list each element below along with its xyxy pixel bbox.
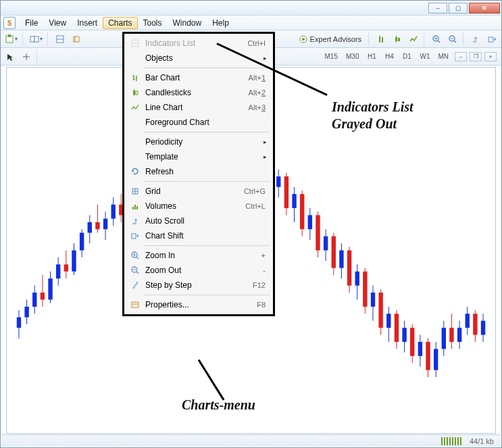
menu-window[interactable]: Window — [168, 17, 207, 29]
candles-button[interactable] — [390, 32, 405, 47]
crosshair-icon[interactable] — [19, 49, 34, 64]
menu-step-by-step[interactable]: Step by Step F12 — [126, 278, 271, 293]
svg-rect-110 — [355, 272, 359, 286]
zoom-in-label: Zoom In — [143, 251, 261, 260]
menu-properties[interactable]: Properties... F8 — [126, 297, 271, 312]
foreground-label: Foreground Chart — [143, 118, 270, 127]
cursor-icon[interactable] — [3, 49, 18, 64]
svg-rect-136 — [457, 328, 461, 342]
timeframe-d1[interactable]: D1 — [399, 49, 415, 64]
svg-rect-122 — [402, 328, 406, 342]
window-maximize-button[interactable]: ▢ — [449, 3, 468, 14]
line-chart-label: Line Chart — [143, 103, 249, 112]
window-close-button[interactable]: ✕ — [469, 3, 500, 14]
mdi-close-button[interactable]: × — [484, 52, 497, 61]
svg-rect-126 — [418, 342, 422, 356]
svg-rect-1 — [8, 34, 11, 37]
menu-view[interactable]: View — [43, 17, 72, 29]
bars-button[interactable] — [374, 32, 388, 47]
timeframe-m15[interactable]: M15 — [322, 49, 341, 64]
chartshift-icon — [128, 231, 143, 241]
profiles-button[interactable]: ▾ — [28, 32, 45, 47]
menu-help[interactable]: Help — [207, 17, 234, 29]
menu-charts[interactable]: Charts — [103, 17, 137, 29]
svg-rect-30 — [41, 293, 45, 299]
charts-dropdown: Indicators List Ctrl+I Objects ▸ Bar Cha… — [122, 32, 275, 316]
grid-label: Grid — [143, 186, 244, 196]
volumes-label: Volumes — [143, 201, 245, 211]
menu-zoom-out[interactable]: Zoom Out - — [126, 263, 271, 278]
svg-rect-162 — [132, 302, 139, 307]
svg-rect-153 — [136, 206, 138, 209]
menu-bar-chart[interactable]: Bar Chart Alt+1 — [126, 70, 271, 85]
mdi-controls: – ❐ × — [453, 52, 497, 61]
timeframe-h4[interactable]: H4 — [381, 49, 397, 64]
svg-rect-138 — [466, 314, 470, 328]
menu-refresh[interactable]: Refresh — [126, 164, 271, 179]
zoom-in-shortcut: + — [261, 251, 270, 259]
svg-rect-98 — [308, 215, 312, 229]
menu-insert[interactable]: Insert — [72, 17, 103, 29]
submenu-arrow-icon: ▸ — [263, 55, 270, 61]
timeframe-w1[interactable]: W1 — [416, 49, 433, 64]
menu-volumes[interactable]: Volumes Ctrl+L — [126, 199, 271, 214]
statusbar: 44/1 kb — [1, 434, 501, 447]
menu-foreground-chart[interactable]: Foreground Chart — [126, 115, 271, 130]
properties-label: Properties... — [143, 300, 257, 309]
grid-shortcut: Ctrl+G — [244, 187, 270, 195]
menu-template[interactable]: Template ▸ — [126, 149, 271, 164]
new-chart-button[interactable]: ▾ — [3, 32, 20, 47]
svg-rect-40 — [80, 232, 84, 250]
svg-rect-42 — [88, 222, 92, 233]
svg-rect-151 — [132, 207, 134, 209]
candlesticks-label: Candlesticks — [143, 88, 249, 97]
svg-rect-130 — [434, 349, 438, 370]
annotation-charts-menu: Charts-menu — [182, 397, 255, 414]
svg-line-14 — [438, 41, 440, 43]
navigator-button[interactable] — [69, 32, 84, 47]
autoscroll-icon[interactable] — [468, 32, 483, 47]
mdi-minimize-button[interactable]: – — [455, 52, 467, 61]
menu-periodicity[interactable]: Periodicity ▸ — [126, 134, 271, 149]
svg-rect-3 — [34, 36, 39, 42]
indicators-list-shortcut: Ctrl+I — [247, 39, 270, 47]
step-shortcut: F12 — [253, 281, 270, 289]
step-icon — [128, 280, 143, 290]
zoom-in-icon[interactable] — [429, 32, 444, 47]
expert-icon — [299, 34, 308, 44]
svg-rect-152 — [134, 205, 136, 209]
chart-shift-icon[interactable] — [484, 32, 499, 47]
timeframe-h1[interactable]: H1 — [363, 49, 380, 64]
svg-rect-106 — [339, 251, 343, 268]
window-minimize-button[interactable]: – — [428, 3, 447, 14]
submenu-arrow-icon: ▸ — [263, 139, 270, 145]
svg-rect-128 — [426, 342, 430, 370]
menu-grid[interactable]: Grid Ctrl+G — [126, 184, 271, 199]
expert-advisors-button[interactable]: Expert Advisors — [295, 32, 366, 47]
timeframe-m30[interactable]: M30 — [343, 49, 362, 64]
svg-rect-102 — [324, 237, 328, 251]
menubar: $ File View Insert Charts Tools Window H… — [1, 16, 501, 30]
volumes-shortcut: Ctrl+L — [245, 202, 270, 210]
line-button[interactable] — [406, 32, 421, 47]
menu-chart-shift[interactable]: Chart Shift — [126, 228, 271, 243]
svg-rect-108 — [347, 251, 351, 286]
svg-rect-44 — [95, 222, 99, 229]
menu-zoom-in[interactable]: Zoom In + — [126, 248, 271, 263]
menu-line-chart[interactable]: Line Chart Alt+3 — [126, 100, 271, 115]
menu-auto-scroll[interactable]: Auto Scroll — [126, 214, 271, 228]
menu-indicators-list: Indicators List Ctrl+I — [126, 36, 271, 51]
template-label: Template — [143, 152, 263, 161]
timeframe-mn[interactable]: MN — [434, 49, 452, 64]
zoom-out-icon[interactable] — [445, 32, 460, 47]
menu-candlesticks[interactable]: Candlesticks Alt+2 — [126, 85, 271, 100]
mdi-restore-button[interactable]: ❐ — [470, 52, 482, 61]
indicators-icon — [128, 39, 143, 48]
market-watch-button[interactable] — [53, 32, 68, 47]
menu-file[interactable]: File — [20, 17, 43, 29]
autoscroll-label: Auto Scroll — [143, 216, 270, 226]
svg-rect-20 — [488, 37, 493, 42]
svg-rect-32 — [48, 278, 52, 299]
grid-icon — [128, 186, 143, 196]
menu-tools[interactable]: Tools — [138, 17, 168, 29]
